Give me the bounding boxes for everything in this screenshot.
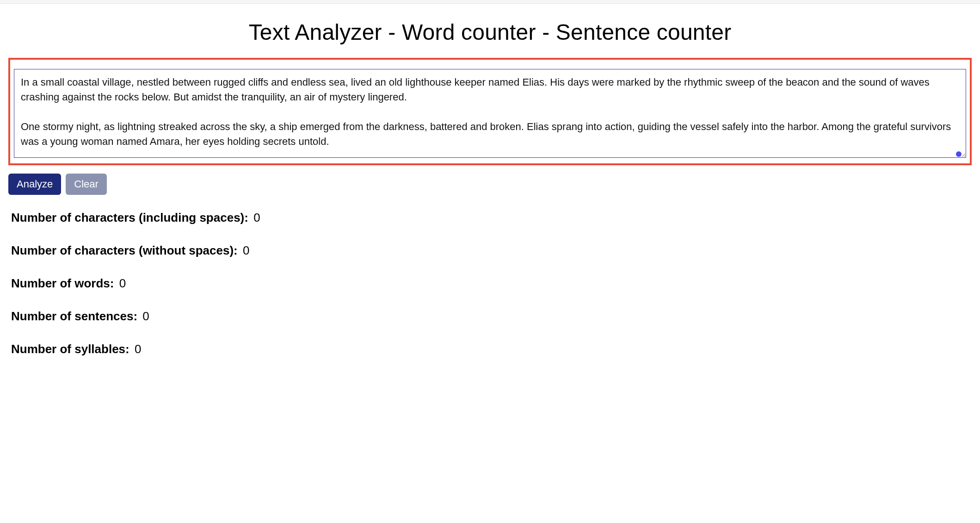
button-row: Analyze Clear (8, 174, 972, 195)
result-label: Number of sentences: (11, 309, 137, 323)
result-chars-with-spaces: Number of characters (including spaces):… (11, 211, 972, 225)
input-highlight-box (8, 58, 972, 165)
main-container: Text Analyzer - Word counter - Sentence … (0, 4, 980, 382)
result-label: Number of syllables: (11, 342, 129, 356)
assistant-indicator-icon (956, 151, 962, 157)
result-syllables: Number of syllables: 0 (11, 342, 972, 356)
result-sentences: Number of sentences: 0 (11, 309, 972, 324)
result-value: 0 (142, 309, 149, 323)
results-section: Number of characters (including spaces):… (8, 211, 972, 356)
text-input[interactable] (14, 69, 966, 158)
analyze-button[interactable]: Analyze (8, 174, 61, 195)
result-value: 0 (135, 342, 141, 356)
result-words: Number of words: 0 (11, 276, 972, 291)
result-value: 0 (119, 276, 126, 290)
result-chars-without-spaces: Number of characters (without spaces): 0 (11, 243, 972, 258)
result-label: Number of characters (including spaces): (11, 211, 248, 224)
result-label: Number of characters (without spaces): (11, 243, 238, 257)
page-title: Text Analyzer - Word counter - Sentence … (8, 19, 972, 45)
clear-button[interactable]: Clear (66, 174, 107, 195)
window-topbar (0, 0, 980, 4)
result-label: Number of words: (11, 276, 114, 290)
result-value: 0 (253, 211, 260, 224)
result-value: 0 (243, 243, 249, 257)
